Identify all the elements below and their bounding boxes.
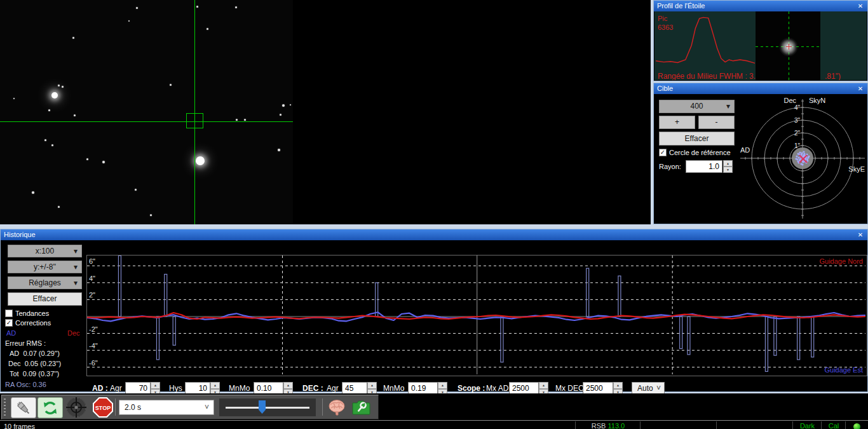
dec-section-label: DEC :: [302, 384, 323, 393]
camera-view[interactable]: [0, 0, 651, 224]
star: [278, 149, 280, 151]
camera-settings-icon: [351, 399, 370, 416]
star-profile-titlebar[interactable]: Profil de l'Étoile ✕: [654, 1, 867, 11]
star: [290, 104, 291, 106]
trendlines-label: Tendances: [15, 310, 49, 317]
fwhm-text: Rangée du Milieu FWHM : 3.: [658, 72, 756, 80]
trendlines-row[interactable]: Tendances: [5, 310, 49, 317]
toolbar: STOP 2.0 s ˅: [1, 395, 379, 419]
star: [58, 85, 60, 86]
y-scale-select[interactable]: y:+/-8''▾: [8, 261, 82, 273]
loop-exposures-icon: [42, 400, 58, 416]
guide-params-row: AD : Agr 70 ▲▼ Hys 10 ▲▼ MnMo 0.10 ▲▼ DE…: [86, 240, 867, 391]
reference-circle-checkbox[interactable]: ✓: [659, 149, 667, 156]
radius-spinner[interactable]: ▲ ▼: [723, 160, 733, 173]
close-icon[interactable]: ✕: [856, 83, 865, 94]
spin-up-icon[interactable]: ▲: [723, 160, 733, 167]
star: [72, 37, 74, 39]
star-profile-curve: [656, 14, 755, 71]
rms-ad: AD 0.07 (0.29''): [10, 350, 60, 357]
star: [86, 158, 88, 160]
svg-text:4": 4": [794, 104, 801, 111]
star-profile-panel: Profil de l'Étoile ✕ Pic 6363 Rangée du …: [653, 0, 868, 81]
status-cell-empty: [716, 421, 793, 429]
chevron-down-icon: ▾: [74, 277, 78, 289]
star: [150, 214, 152, 216]
fwhm-suffix: .81"): [825, 72, 841, 80]
corrections-row[interactable]: ✓ Corrections: [5, 319, 51, 327]
gamma-slider-track[interactable]: [226, 407, 309, 409]
close-icon[interactable]: ✕: [856, 229, 865, 240]
camera-settings-button[interactable]: [350, 397, 372, 417]
corrections-checkbox[interactable]: ✓: [5, 319, 13, 327]
guide-button[interactable]: [64, 397, 88, 417]
stop-button[interactable]: STOP: [91, 397, 115, 417]
star: [128, 20, 130, 22]
trendlines-checkbox[interactable]: [5, 310, 13, 317]
star: [282, 104, 285, 107]
phd2-window: Profil de l'Étoile ✕ Pic 6363 Rangée du …: [0, 0, 868, 429]
cal-status: Cal: [821, 421, 846, 429]
gamma-slider-handle[interactable]: [259, 400, 266, 414]
status-led-icon: [853, 423, 860, 429]
zoom-out-button[interactable]: -: [698, 116, 735, 129]
svg-text:AD: AD: [740, 146, 750, 154]
clear-history-button[interactable]: Effacer: [8, 292, 82, 306]
star: [235, 6, 237, 8]
svg-text:2": 2": [794, 130, 801, 137]
target-panel: Cible ✕ 400 ▾ + - Effacer ✓ Cercle de ré…: [653, 83, 868, 224]
hys-label: Hys: [169, 384, 182, 393]
dec-minmove-label: MnMo: [383, 384, 404, 393]
svg-text:SkyE: SkyE: [848, 165, 865, 173]
radius-input[interactable]: 1.0: [686, 160, 722, 173]
star: [135, 189, 137, 191]
guide-star-icon: [65, 397, 87, 418]
zoom-select[interactable]: 400 ▾: [659, 100, 735, 113]
star-thumbnail: [756, 11, 820, 80]
connection-cell: [845, 421, 868, 429]
spin-down-icon[interactable]: ▼: [723, 167, 733, 173]
ra-section-label: AD :: [92, 384, 108, 393]
star: [102, 161, 105, 163]
toolbar-separator: [115, 398, 116, 416]
zoom-in-button[interactable]: +: [659, 116, 695, 129]
star: [74, 114, 76, 116]
toolbar-grip[interactable]: [4, 398, 6, 416]
history-title: Historique: [4, 231, 36, 238]
lock-position-box: [186, 113, 203, 128]
gamma-slider-panel: [219, 398, 316, 416]
svg-text:Dec: Dec: [783, 97, 796, 104]
clear-target-button[interactable]: Effacer: [659, 132, 735, 146]
reference-circle-label: Cercle de référence: [669, 149, 731, 156]
crosshair-horizontal: [0, 121, 293, 122]
star: [207, 28, 208, 30]
brain-icon: [327, 398, 346, 416]
connect-button[interactable]: [11, 397, 36, 418]
max-ra-label: Mx AD: [486, 384, 508, 393]
dec-aggr-label: Agr: [327, 384, 339, 393]
target-titlebar[interactable]: Cible ✕: [654, 83, 867, 94]
frames-status: 10 frames: [4, 423, 35, 429]
settings-select[interactable]: Réglages▾: [8, 276, 82, 289]
radius-label: Rayon:: [659, 163, 681, 170]
star: [170, 84, 172, 86]
svg-text:SkyN: SkyN: [809, 97, 825, 104]
dec-color-label: Dec: [67, 329, 80, 337]
svg-text:3": 3": [794, 117, 801, 124]
advanced-settings-button[interactable]: [326, 397, 348, 417]
close-icon[interactable]: ✕: [856, 1, 865, 11]
target-title: Cible: [657, 85, 673, 92]
star: [136, 7, 138, 9]
loop-exposures-button[interactable]: [37, 397, 63, 418]
exposure-select[interactable]: 2.0 s ˅: [119, 400, 214, 415]
history-titlebar[interactable]: Historique ✕: [1, 229, 867, 240]
ra-aggr-label: Agr: [110, 384, 122, 393]
x-scale-select[interactable]: x:100▾: [8, 245, 82, 257]
star: [32, 191, 34, 194]
snr-value: 113.0: [607, 422, 625, 429]
status-cell-empty: [640, 421, 717, 429]
reference-circle-row[interactable]: ✓ Cercle de référence: [659, 149, 731, 156]
history-graph-panel: Historique ✕ x:100▾ y:+/-8''▾ Réglages▾ …: [0, 229, 868, 392]
scope-section-label: Scope :: [458, 384, 485, 393]
star: [48, 109, 50, 111]
